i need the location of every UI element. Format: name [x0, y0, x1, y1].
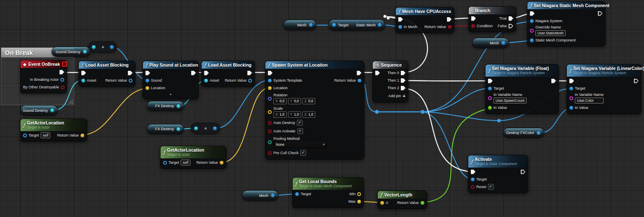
cyan-pin[interactable]	[83, 50, 87, 54]
cyan-pin[interactable]	[194, 127, 198, 130]
node-header[interactable]: ƒMesh Have CPUAccess	[396, 8, 454, 15]
node-header[interactable]: ƒLoad Asset Blocking	[202, 61, 254, 69]
text-field[interactable]: self	[181, 160, 190, 165]
collapse-chevron-icon[interactable]: ▼	[145, 93, 196, 96]
blue-pin[interactable]	[23, 134, 27, 137]
red-pin[interactable]	[471, 185, 475, 189]
blue-pin[interactable]	[569, 106, 573, 110]
checkbox[interactable]: ✓	[297, 128, 303, 134]
node-load-asset-blocking-2[interactable]: ƒLoad Asset BlockingAssetReturn Value	[201, 61, 255, 87]
node-header[interactable]: ƒSet Niagara Static Mesh Component	[527, 2, 605, 9]
var-pill-fx-destroy-1[interactable]: FX Destroy	[147, 101, 184, 111]
node-header[interactable]: ƒActivateTarget is Actor Component	[468, 155, 528, 168]
var-pill-sound-destroy-1[interactable]: Sound Destroy	[52, 46, 91, 57]
blue-pin[interactable]	[488, 87, 492, 90]
exec-pin[interactable]	[145, 71, 150, 75]
red-pin[interactable]	[268, 151, 272, 155]
red-pin[interactable]	[471, 24, 475, 28]
conversion-node-1[interactable]	[88, 41, 117, 52]
red-pin[interactable]	[448, 25, 452, 29]
blue-pin[interactable]	[145, 79, 149, 83]
yellow-pin[interactable]	[380, 201, 384, 205]
red-pin[interactable]	[61, 85, 65, 89]
node-mesh-have-cpuaccess[interactable]: ƒMesh Have CPUAccessIn MeshReturn Value	[395, 7, 454, 33]
node-event-onbreak[interactable]: ◆Event OnBreakIn Breaking ActorBy Other …	[20, 60, 67, 93]
exec-pin[interactable]	[569, 79, 574, 83]
magenta-pin[interactable]	[569, 96, 573, 100]
exec-pin[interactable]	[634, 79, 639, 83]
exec-pin[interactable]	[247, 71, 252, 75]
text-field[interactable]: self	[41, 132, 50, 138]
purple-pin[interactable]	[268, 97, 272, 101]
exec-pin[interactable]	[268, 71, 273, 75]
yellow-pin[interactable]	[80, 134, 84, 137]
exec-pin[interactable]	[521, 170, 525, 174]
node-header[interactable]: ƒSet Niagara Variable (Float)Target is N…	[486, 65, 558, 77]
red-pin[interactable]	[268, 129, 272, 133]
var-pill-mesh-1[interactable]: Mesh	[283, 20, 317, 30]
exec-pin[interactable]	[60, 70, 64, 75]
blue-pin[interactable]	[332, 23, 336, 27]
node-header[interactable]: ◆Event OnBreak	[21, 60, 67, 68]
reroute-dot[interactable]	[497, 119, 501, 122]
blue-pin[interactable]	[398, 25, 402, 29]
add-pin-icon[interactable]: +	[403, 93, 405, 98]
var-pill-destroy-fxcolor[interactable]: Destroy FXColor	[503, 128, 544, 138]
exec-pin[interactable]	[509, 16, 513, 21]
checkbox[interactable]: ✓	[488, 184, 494, 190]
exec-pin[interactable]	[530, 11, 535, 16]
vector-field[interactable]: Z1,0	[302, 111, 315, 118]
yellow-pin[interactable]	[268, 86, 272, 90]
yellow-pin[interactable]	[220, 161, 223, 165]
node-getactorlocation-2[interactable]: ƒGetActorLocationTarget is ActorTargetse…	[160, 146, 226, 169]
exec-pin[interactable]	[488, 79, 493, 83]
dropdown[interactable]: None▾	[273, 142, 327, 148]
exec-pin[interactable]	[81, 71, 86, 75]
blue-pin[interactable]	[358, 79, 361, 83]
node-load-asset-blocking-1[interactable]: ƒLoad Asset BlockingAssetReturn Value	[78, 61, 135, 87]
reroute-dot[interactable]	[375, 110, 379, 114]
var-pill-fx-destroy-2[interactable]: FX Destroy	[147, 124, 184, 134]
cyan-pin[interactable]	[81, 79, 85, 83]
magenta-pin[interactable]	[530, 29, 534, 33]
exec-pin[interactable]	[551, 79, 556, 83]
node-spawn-system-at-location[interactable]: ƒSpawn System at LocationSystem Template…	[265, 61, 364, 160]
node-vectorlength[interactable]: ƒVectorLengthAReturn Value	[377, 191, 427, 209]
blue-pin[interactable]	[471, 178, 475, 181]
exec-pin[interactable]	[471, 16, 476, 21]
blueprint-canvas[interactable]: On BreakSound Destroy◆Event OnBreakIn Br…	[0, 0, 644, 217]
node-set-niagara-static-mesh-component[interactable]: ƒSet Niagara Static Mesh ComponentNiagar…	[527, 1, 605, 46]
node-play-sound-at-location[interactable]: ƒPlay Sound at LocationSoundLocation▼	[143, 61, 199, 99]
checkbox[interactable]: ✓	[300, 150, 306, 156]
yellow-pin[interactable]	[145, 86, 149, 90]
reroute-dot[interactable]	[421, 110, 425, 114]
blue-pin[interactable]	[163, 161, 167, 165]
green-pin[interactable]	[421, 201, 424, 205]
node-header[interactable]: ƒSet Niagara Variable (LinearColor)Targe…	[567, 65, 641, 77]
node-header[interactable]: ⟨Branch	[469, 7, 516, 14]
exec-pin[interactable]	[375, 71, 380, 75]
vector-field[interactable]: X1,0	[273, 111, 287, 118]
node-header[interactable]: ƒPlay Sound at Location	[143, 61, 198, 69]
resize-grip[interactable]	[68, 99, 73, 104]
blue-pin[interactable]	[213, 127, 217, 130]
exec-pin[interactable]	[447, 17, 452, 22]
blue-pin[interactable]	[530, 39, 534, 42]
exec-pin[interactable]	[128, 71, 132, 75]
text-field[interactable]: User.Color	[575, 98, 604, 103]
node-header[interactable]: ƒSpawn System at Location	[265, 61, 364, 69]
vector-field[interactable]: Y0,0	[288, 98, 301, 104]
cyan-pin[interactable]	[50, 108, 54, 112]
node-header[interactable]: ƒGetActorLocationTarget is Actor	[161, 146, 226, 158]
blue-pin[interactable]	[378, 23, 382, 27]
red-pin[interactable]	[268, 121, 272, 125]
blue-pin[interactable]	[537, 131, 540, 135]
text-field[interactable]: User.SpawnCount	[493, 98, 527, 103]
blue-pin[interactable]	[268, 79, 272, 83]
vector-field[interactable]: Y1,0	[288, 111, 301, 118]
yellow-pin[interactable]	[357, 200, 361, 204]
blue-pin[interactable]	[295, 192, 299, 196]
node-branch[interactable]: ⟨BranchTrueConditionFalse	[468, 6, 516, 32]
blue-pin[interactable]	[271, 194, 275, 197]
blue-pin[interactable]	[309, 23, 313, 27]
